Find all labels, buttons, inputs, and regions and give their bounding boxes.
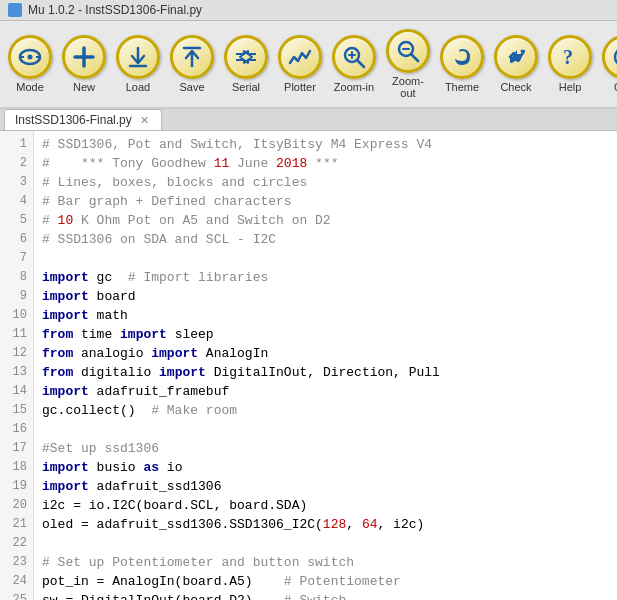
load-label: Load xyxy=(126,81,150,93)
code-content[interactable]: # SSD1306, Pot and Switch, ItsyBitsy M4 … xyxy=(34,131,617,600)
line-number: 5 xyxy=(6,211,27,230)
save-icon xyxy=(170,35,214,79)
code-line: import gc # Import libraries xyxy=(42,268,609,287)
line-number: 25 xyxy=(6,591,27,600)
new-label: New xyxy=(73,81,95,93)
mode-label: Mode xyxy=(16,81,44,93)
title-text: Mu 1.0.2 - InstSSD1306-Final.py xyxy=(28,3,202,17)
line-number: 19 xyxy=(6,477,27,496)
code-line xyxy=(42,249,609,268)
code-line: # *** Tony Goodhew 11 June 2018 *** xyxy=(42,154,609,173)
line-number: 7 xyxy=(6,249,27,268)
svg-point-1 xyxy=(28,55,33,60)
line-number: 23 xyxy=(6,553,27,572)
app-icon xyxy=(8,3,22,17)
svg-point-15 xyxy=(521,50,524,53)
code-line: from time import sleep xyxy=(42,325,609,344)
save-label: Save xyxy=(179,81,204,93)
line-number: 16 xyxy=(6,420,27,439)
plotter-button[interactable]: Plotter xyxy=(274,33,326,95)
code-line: pot_in = AnalogIn(board.A5) # Potentiome… xyxy=(42,572,609,591)
line-number: 1 xyxy=(6,135,27,154)
code-line: # Set up Potentiometer and button switch xyxy=(42,553,609,572)
line-number: 4 xyxy=(6,192,27,211)
line-number: 14 xyxy=(6,382,27,401)
zoom-in-label: Zoom-in xyxy=(334,81,374,93)
help-icon: ? xyxy=(548,35,592,79)
code-line: gc.collect() # Make room xyxy=(42,401,609,420)
line-number: 11 xyxy=(6,325,27,344)
toolbar: Mode New Load Sav xyxy=(0,21,617,109)
code-line xyxy=(42,534,609,553)
code-line: import adafruit_ssd1306 xyxy=(42,477,609,496)
title-bar: Mu 1.0.2 - InstSSD1306-Final.py xyxy=(0,0,617,21)
quit-icon xyxy=(602,35,617,79)
code-line: from analogio import AnalogIn xyxy=(42,344,609,363)
line-number: 8 xyxy=(6,268,27,287)
mode-icon xyxy=(8,35,52,79)
line-number: 21 xyxy=(6,515,27,534)
save-button[interactable]: Save xyxy=(166,33,218,95)
theme-label: Theme xyxy=(445,81,479,93)
line-number: 20 xyxy=(6,496,27,515)
help-button[interactable]: ? Help xyxy=(544,33,596,95)
line-number: 12 xyxy=(6,344,27,363)
check-icon xyxy=(494,35,538,79)
zoom-in-button[interactable]: Zoom-in xyxy=(328,33,380,95)
code-line: # 10 K Ohm Pot on A5 and Switch on D2 xyxy=(42,211,609,230)
code-line: import board xyxy=(42,287,609,306)
check-label: Check xyxy=(500,81,531,93)
tab-close-button[interactable]: ✕ xyxy=(138,114,151,127)
code-line: from digitalio import DigitalInOut, Dire… xyxy=(42,363,609,382)
serial-icon xyxy=(224,35,268,79)
code-line: oled = adafruit_ssd1306.SSD1306_I2C(128,… xyxy=(42,515,609,534)
code-line: # Lines, boxes, blocks and circles xyxy=(42,173,609,192)
line-number: 18 xyxy=(6,458,27,477)
mode-button[interactable]: Mode xyxy=(4,33,56,95)
line-number: 17 xyxy=(6,439,27,458)
zoom-out-button[interactable]: Zoom-out xyxy=(382,27,434,101)
svg-line-9 xyxy=(358,61,365,68)
line-numbers: 1234567891011121314151617181920212223242… xyxy=(0,131,34,600)
code-line: import adafruit_framebuf xyxy=(42,382,609,401)
zoom-out-icon xyxy=(386,29,430,73)
code-line: import math xyxy=(42,306,609,325)
theme-icon xyxy=(440,35,484,79)
line-number: 3 xyxy=(6,173,27,192)
serial-button[interactable]: Serial xyxy=(220,33,272,95)
active-tab[interactable]: InstSSD1306-Final.py ✕ xyxy=(4,109,162,130)
code-line: import busio as io xyxy=(42,458,609,477)
check-button[interactable]: Check xyxy=(490,33,542,95)
code-line: sw = DigitalInOut(board.D2) # Switch xyxy=(42,591,609,600)
svg-line-13 xyxy=(412,55,419,62)
load-button[interactable]: Load xyxy=(112,33,164,95)
line-number: 13 xyxy=(6,363,27,382)
line-number: 22 xyxy=(6,534,27,553)
load-icon xyxy=(116,35,160,79)
zoom-out-label: Zoom-out xyxy=(386,75,430,99)
line-number: 15 xyxy=(6,401,27,420)
code-line: # Bar graph + Defined characters xyxy=(42,192,609,211)
help-label: Help xyxy=(559,81,582,93)
code-editor[interactable]: 1234567891011121314151617181920212223242… xyxy=(0,131,617,600)
code-line: i2c = io.I2C(board.SCL, board.SDA) xyxy=(42,496,609,515)
new-button[interactable]: New xyxy=(58,33,110,95)
line-number: 10 xyxy=(6,306,27,325)
code-line: # SSD1306, Pot and Switch, ItsyBitsy M4 … xyxy=(42,135,609,154)
tab-label: InstSSD1306-Final.py xyxy=(15,113,132,127)
line-number: 24 xyxy=(6,572,27,591)
plotter-icon xyxy=(278,35,322,79)
serial-label: Serial xyxy=(232,81,260,93)
theme-button[interactable]: Theme xyxy=(436,33,488,95)
new-icon xyxy=(62,35,106,79)
plotter-label: Plotter xyxy=(284,81,316,93)
quit-button[interactable]: Quit xyxy=(598,33,617,95)
line-number: 6 xyxy=(6,230,27,249)
code-line: # SSD1306 on SDA and SCL - I2C xyxy=(42,230,609,249)
line-number: 2 xyxy=(6,154,27,173)
line-number: 9 xyxy=(6,287,27,306)
svg-text:?: ? xyxy=(563,46,573,68)
code-line: #Set up ssd1306 xyxy=(42,439,609,458)
code-line xyxy=(42,420,609,439)
svg-rect-16 xyxy=(510,57,513,63)
